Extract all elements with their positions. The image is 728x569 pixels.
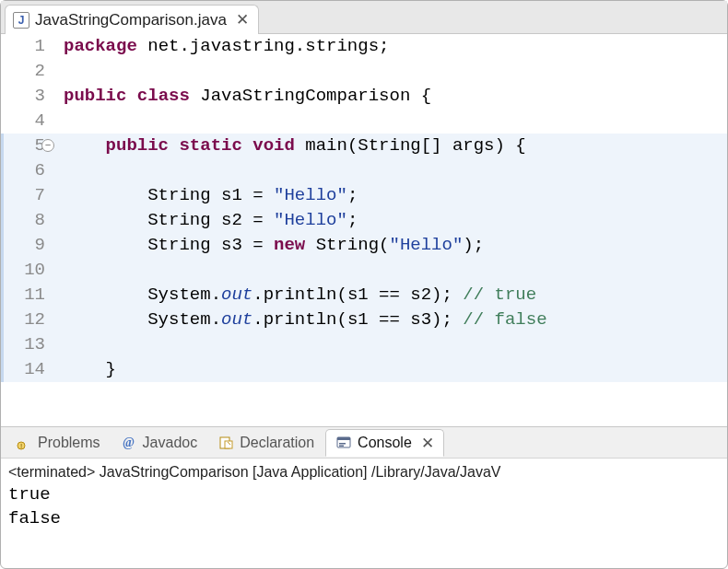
code-line[interactable]: System.out.println(s1 == s2); // true <box>1 283 727 308</box>
problems-icon: ! <box>16 435 32 451</box>
svg-text:!: ! <box>20 442 22 450</box>
line-number: 3 <box>1 84 45 109</box>
editor-tab-label: JavaStringComparison.java <box>35 11 227 29</box>
code-line[interactable] <box>1 258 727 283</box>
line-number: 2 <box>1 59 45 84</box>
editor-tab-javastringcomparison[interactable]: J JavaStringComparison.java ✕ <box>5 5 259 34</box>
line-number: 1 <box>1 34 45 59</box>
svg-rect-7 <box>339 446 344 447</box>
tab-label: Problems <box>38 435 100 451</box>
code-editor[interactable]: 12345−67891011121314 package net.javastr… <box>1 34 727 426</box>
console-status-line: <terminated> JavaStringComparison [Java … <box>1 459 727 482</box>
code-line[interactable] <box>1 158 727 183</box>
line-number: 7 <box>1 183 45 208</box>
code-line[interactable] <box>64 59 727 84</box>
svg-rect-3 <box>225 441 232 448</box>
line-number: 11 <box>1 283 45 308</box>
code-line[interactable]: String s2 = "Hello"; <box>1 208 727 233</box>
ide-window: J JavaStringComparison.java ✕ 12345−6789… <box>0 0 728 569</box>
tab-label: Javadoc <box>143 435 198 451</box>
tab-javadoc[interactable]: @Javadoc <box>112 429 207 457</box>
line-number: 14 <box>1 357 45 382</box>
code-line[interactable]: } <box>1 357 727 382</box>
line-number: 9 <box>1 233 45 258</box>
code-line[interactable]: String s1 = "Hello"; <box>1 183 727 208</box>
editor-tabbar: J JavaStringComparison.java ✕ <box>1 1 727 34</box>
close-icon[interactable]: ✕ <box>232 10 249 29</box>
code-line[interactable] <box>1 332 727 357</box>
code-line[interactable]: public class JavaStringComparison { <box>64 84 727 109</box>
javadoc-icon: @ <box>121 435 137 451</box>
code-line[interactable]: package net.javastring.strings; <box>64 34 727 59</box>
bottom-panel: !Problems@JavadocDeclarationConsole✕ <te… <box>1 426 727 568</box>
code-line[interactable]: public static void main(String[] args) { <box>1 134 727 158</box>
console-line: false <box>8 506 720 530</box>
line-number: 8 <box>1 208 45 233</box>
code-line[interactable]: String s3 = new String("Hello"); <box>1 233 727 258</box>
svg-rect-6 <box>339 443 346 445</box>
line-number-gutter: 12345−67891011121314 <box>1 34 54 426</box>
tab-console[interactable]: Console✕ <box>325 429 444 457</box>
console-output[interactable]: truefalse <box>1 482 727 536</box>
line-number: 10 <box>1 258 45 283</box>
close-icon[interactable]: ✕ <box>417 434 434 453</box>
tab-label: Console <box>358 435 412 451</box>
line-number: 4 <box>1 109 45 134</box>
fold-toggle-icon[interactable]: − <box>41 139 54 152</box>
line-number: 5− <box>1 134 45 158</box>
declaration-icon <box>217 435 234 451</box>
tab-declaration[interactable]: Declaration <box>208 429 323 457</box>
tab-label: Declaration <box>240 435 314 451</box>
code-content[interactable]: package net.javastring.strings; public c… <box>54 34 727 426</box>
console-icon <box>335 435 352 451</box>
code-line[interactable] <box>64 109 727 134</box>
bottom-tabbar: !Problems@JavadocDeclarationConsole✕ <box>1 427 727 459</box>
java-file-icon: J <box>13 12 29 29</box>
console-line: true <box>8 482 720 506</box>
tab-problems[interactable]: !Problems <box>6 429 110 457</box>
code-line[interactable]: System.out.println(s1 == s3); // false <box>1 308 727 332</box>
line-number: 6 <box>1 158 45 183</box>
line-number: 12 <box>1 308 45 332</box>
svg-rect-5 <box>337 437 350 440</box>
line-number: 13 <box>1 332 45 357</box>
